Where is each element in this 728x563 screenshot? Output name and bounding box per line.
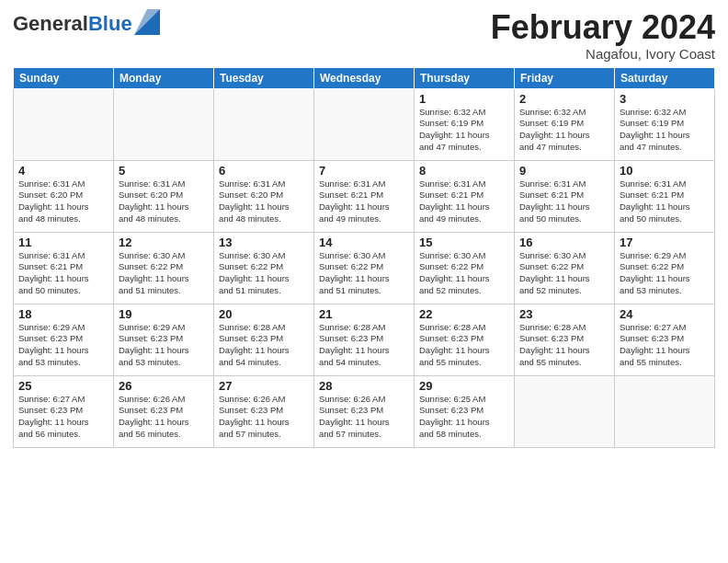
day-header-saturday: Saturday (615, 67, 715, 88)
logo: GeneralBlue (13, 13, 160, 35)
calendar-cell: 21Sunrise: 6:28 AMSunset: 6:23 PMDayligh… (314, 304, 415, 375)
page-header: GeneralBlue February 2024 Nagafou, Ivory… (13, 9, 715, 62)
day-info: Sunrise: 6:30 AMSunset: 6:22 PMDaylight:… (319, 250, 409, 297)
calendar-cell: 15Sunrise: 6:30 AMSunset: 6:22 PMDayligh… (415, 232, 515, 304)
day-info: Sunrise: 6:31 AMSunset: 6:21 PMDaylight:… (319, 178, 409, 225)
day-number: 19 (119, 307, 209, 321)
day-info: Sunrise: 6:31 AMSunset: 6:21 PMDaylight:… (419, 178, 509, 225)
day-info: Sunrise: 6:28 AMSunset: 6:23 PMDaylight:… (319, 322, 409, 369)
calendar-cell: 8Sunrise: 6:31 AMSunset: 6:21 PMDaylight… (415, 160, 515, 232)
calendar-week-row: 11Sunrise: 6:31 AMSunset: 6:21 PMDayligh… (14, 232, 715, 304)
day-number: 9 (519, 164, 609, 178)
day-number: 29 (419, 379, 509, 393)
calendar-cell (615, 375, 715, 447)
calendar-cell: 17Sunrise: 6:29 AMSunset: 6:22 PMDayligh… (615, 232, 715, 304)
day-header-friday: Friday (515, 67, 615, 88)
calendar-cell: 28Sunrise: 6:26 AMSunset: 6:23 PMDayligh… (314, 375, 415, 447)
day-header-thursday: Thursday (415, 67, 515, 88)
day-info: Sunrise: 6:31 AMSunset: 6:20 PMDaylight:… (119, 178, 209, 225)
day-header-monday: Monday (114, 67, 214, 88)
calendar-cell: 2Sunrise: 6:32 AMSunset: 6:19 PMDaylight… (515, 88, 615, 160)
calendar-cell (214, 88, 314, 160)
calendar-week-row: 18Sunrise: 6:29 AMSunset: 6:23 PMDayligh… (14, 304, 715, 375)
day-info: Sunrise: 6:30 AMSunset: 6:22 PMDaylight:… (219, 250, 309, 297)
day-number: 21 (319, 307, 409, 321)
calendar-cell: 25Sunrise: 6:27 AMSunset: 6:23 PMDayligh… (14, 375, 114, 447)
calendar-cell: 24Sunrise: 6:27 AMSunset: 6:23 PMDayligh… (615, 304, 715, 375)
day-number: 27 (219, 379, 309, 393)
day-number: 23 (519, 307, 609, 321)
day-info: Sunrise: 6:31 AMSunset: 6:21 PMDaylight:… (620, 178, 710, 225)
logo-icon (134, 9, 160, 35)
day-header-tuesday: Tuesday (214, 67, 314, 88)
day-info: Sunrise: 6:25 AMSunset: 6:23 PMDaylight:… (419, 394, 509, 441)
title-block: February 2024 Nagafou, Ivory Coast (491, 9, 715, 62)
day-number: 13 (219, 236, 309, 249)
day-info: Sunrise: 6:27 AMSunset: 6:23 PMDaylight:… (620, 322, 710, 369)
day-number: 20 (219, 307, 309, 321)
day-info: Sunrise: 6:26 AMSunset: 6:23 PMDaylight:… (319, 394, 409, 441)
calendar-cell: 10Sunrise: 6:31 AMSunset: 6:21 PMDayligh… (615, 160, 715, 232)
day-number: 6 (219, 164, 309, 178)
day-number: 18 (18, 307, 108, 321)
logo-general-text: General (13, 12, 88, 35)
calendar-cell: 7Sunrise: 6:31 AMSunset: 6:21 PMDaylight… (314, 160, 415, 232)
day-info: Sunrise: 6:31 AMSunset: 6:20 PMDaylight:… (18, 178, 108, 225)
calendar-cell: 14Sunrise: 6:30 AMSunset: 6:22 PMDayligh… (314, 232, 415, 304)
day-info: Sunrise: 6:32 AMSunset: 6:19 PMDaylight:… (419, 107, 509, 154)
calendar-cell: 19Sunrise: 6:29 AMSunset: 6:23 PMDayligh… (114, 304, 214, 375)
calendar-cell: 27Sunrise: 6:26 AMSunset: 6:23 PMDayligh… (214, 375, 314, 447)
calendar-table: SundayMondayTuesdayWednesdayThursdayFrid… (13, 67, 715, 448)
calendar-cell: 5Sunrise: 6:31 AMSunset: 6:20 PMDaylight… (114, 160, 214, 232)
calendar-cell (314, 88, 415, 160)
calendar-cell: 6Sunrise: 6:31 AMSunset: 6:20 PMDaylight… (214, 160, 314, 232)
calendar-cell (14, 88, 114, 160)
day-number: 2 (519, 92, 609, 106)
calendar-cell: 18Sunrise: 6:29 AMSunset: 6:23 PMDayligh… (14, 304, 114, 375)
day-info: Sunrise: 6:29 AMSunset: 6:23 PMDaylight:… (119, 322, 209, 369)
calendar-header-row: SundayMondayTuesdayWednesdayThursdayFrid… (14, 67, 715, 88)
day-number: 14 (319, 236, 409, 249)
day-number: 8 (419, 164, 509, 178)
calendar-cell: 3Sunrise: 6:32 AMSunset: 6:19 PMDaylight… (615, 88, 715, 160)
day-number: 10 (620, 164, 710, 178)
calendar-week-row: 1Sunrise: 6:32 AMSunset: 6:19 PMDaylight… (14, 88, 715, 160)
day-info: Sunrise: 6:31 AMSunset: 6:21 PMDaylight:… (18, 250, 108, 297)
calendar-cell: 9Sunrise: 6:31 AMSunset: 6:21 PMDaylight… (515, 160, 615, 232)
day-number: 11 (18, 236, 108, 249)
day-number: 28 (319, 379, 409, 393)
calendar-cell: 22Sunrise: 6:28 AMSunset: 6:23 PMDayligh… (415, 304, 515, 375)
calendar-cell: 23Sunrise: 6:28 AMSunset: 6:23 PMDayligh… (515, 304, 615, 375)
day-info: Sunrise: 6:31 AMSunset: 6:21 PMDaylight:… (519, 178, 609, 225)
day-info: Sunrise: 6:26 AMSunset: 6:23 PMDaylight:… (119, 394, 209, 441)
day-number: 12 (119, 236, 209, 249)
calendar-cell: 12Sunrise: 6:30 AMSunset: 6:22 PMDayligh… (114, 232, 214, 304)
day-number: 25 (18, 379, 108, 393)
day-number: 3 (620, 92, 710, 106)
calendar-cell: 20Sunrise: 6:28 AMSunset: 6:23 PMDayligh… (214, 304, 314, 375)
day-info: Sunrise: 6:29 AMSunset: 6:22 PMDaylight:… (620, 250, 710, 297)
day-info: Sunrise: 6:29 AMSunset: 6:23 PMDaylight:… (18, 322, 108, 369)
day-info: Sunrise: 6:28 AMSunset: 6:23 PMDaylight:… (219, 322, 309, 369)
calendar-cell (114, 88, 214, 160)
calendar-subtitle: Nagafou, Ivory Coast (491, 46, 715, 62)
logo-blue-text: Blue (88, 12, 132, 35)
day-number: 5 (119, 164, 209, 178)
day-header-sunday: Sunday (14, 67, 114, 88)
day-number: 4 (18, 164, 108, 178)
day-info: Sunrise: 6:28 AMSunset: 6:23 PMDaylight:… (519, 322, 609, 369)
day-info: Sunrise: 6:32 AMSunset: 6:19 PMDaylight:… (620, 107, 710, 154)
day-info: Sunrise: 6:31 AMSunset: 6:20 PMDaylight:… (219, 178, 309, 225)
day-number: 22 (419, 307, 509, 321)
day-number: 15 (419, 236, 509, 249)
day-number: 26 (119, 379, 209, 393)
svg-marker-1 (134, 9, 160, 35)
calendar-cell: 26Sunrise: 6:26 AMSunset: 6:23 PMDayligh… (114, 375, 214, 447)
day-info: Sunrise: 6:30 AMSunset: 6:22 PMDaylight:… (519, 250, 609, 297)
day-info: Sunrise: 6:32 AMSunset: 6:19 PMDaylight:… (519, 107, 609, 154)
day-number: 16 (519, 236, 609, 249)
day-number: 24 (620, 307, 710, 321)
day-info: Sunrise: 6:30 AMSunset: 6:22 PMDaylight:… (419, 250, 509, 297)
day-header-wednesday: Wednesday (314, 67, 415, 88)
calendar-cell: 1Sunrise: 6:32 AMSunset: 6:19 PMDaylight… (415, 88, 515, 160)
